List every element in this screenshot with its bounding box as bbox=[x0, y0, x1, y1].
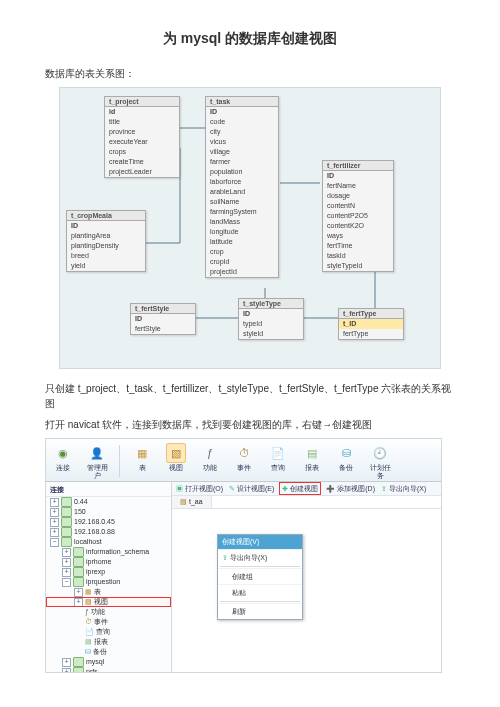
ctx-export[interactable]: ⇪ 导出向导(X) bbox=[218, 549, 302, 565]
entity-t-fertilizer: t_fertilizer ID fertName dosage contentN… bbox=[322, 160, 394, 272]
connection-tree[interactable]: 连接 +0.44 +150 +192.168.0.45 +192.168.0.8… bbox=[46, 482, 172, 672]
tb-create-view[interactable]: ✚ 创建视图 bbox=[280, 483, 320, 494]
ribbon-backup[interactable]: ⛁备份 bbox=[333, 443, 359, 472]
main-toolbar: ▣ 打开视图(O) ✎ 设计视图(E) ✚ 创建视图 ➕ 添加视图(D) ⇪ 导… bbox=[172, 482, 441, 496]
entity-t-project: t_project id title province executeYear … bbox=[104, 96, 180, 178]
entity-t-cropmeala: t_cropMeala ID plantingArea plantingDens… bbox=[66, 210, 146, 272]
ribbon-view[interactable]: ▧视图 bbox=[163, 443, 189, 472]
main-panel: ▣ 打开视图(O) ✎ 设计视图(E) ✚ 创建视图 ➕ 添加视图(D) ⇪ 导… bbox=[172, 482, 441, 672]
navicat-window: ◉连接 👤管理用户 ▦表 ▧视图 ƒ功能 ⏱事件 📄查询 ▤报表 ⛁备份 🕘计划… bbox=[45, 438, 442, 673]
entity-t-styletype: t_styleType ID typeId styleId bbox=[238, 298, 304, 340]
body-text-1: 只创建 t_project、t_task、t_fertillizer、t_sty… bbox=[45, 381, 455, 411]
intro-text: 数据库的表关系图： bbox=[45, 66, 455, 81]
ribbon-users[interactable]: 👤管理用户 bbox=[84, 443, 110, 479]
tb-add-view[interactable]: ➕ 添加视图(D) bbox=[326, 483, 375, 494]
ribbon-table[interactable]: ▦表 bbox=[129, 443, 155, 472]
ribbon-toolbar: ◉连接 👤管理用户 ▦表 ▧视图 ƒ功能 ⏱事件 📄查询 ▤报表 ⛁备份 🕘计划… bbox=[46, 439, 441, 482]
tb-export-wizard[interactable]: ⇪ 导出向导(X) bbox=[381, 483, 426, 494]
ctx-create-group[interactable]: 创建组 bbox=[218, 568, 302, 584]
db-icon bbox=[61, 497, 72, 507]
entity-t-fertstyle: t_fertStyle ID fertStyle bbox=[130, 303, 196, 335]
ribbon-query[interactable]: 📄查询 bbox=[265, 443, 291, 472]
tb-open-view[interactable]: ▣ 打开视图(O) bbox=[176, 483, 223, 494]
ribbon-report[interactable]: ▤报表 bbox=[299, 443, 325, 472]
entity-t-ferttype: t_fertType t_ID fertType bbox=[338, 308, 404, 340]
er-diagram: t_project id title province executeYear … bbox=[59, 87, 441, 369]
tb-design-view[interactable]: ✎ 设计视图(E) bbox=[229, 483, 274, 494]
tab-bar: ▧ t_aa bbox=[172, 496, 441, 509]
ctx-paste[interactable]: 粘贴 bbox=[218, 584, 302, 600]
tree-node-view-selected[interactable]: +▧视图 bbox=[46, 597, 171, 607]
ctx-refresh[interactable]: 刷新 bbox=[218, 603, 302, 619]
tree-header-label: 连接 bbox=[46, 484, 171, 497]
context-menu[interactable]: 创建视图(V) ⇪ 导出向导(X) 创建组 粘贴 刷新 bbox=[217, 534, 303, 620]
ribbon-event[interactable]: ⏱事件 bbox=[231, 443, 257, 472]
page-title: 为 mysql 的数据库创建视图 bbox=[45, 30, 455, 48]
tab-item[interactable]: ▧ t_aa bbox=[172, 496, 212, 508]
ribbon-function[interactable]: ƒ功能 bbox=[197, 443, 223, 472]
ctx-create-view[interactable]: 创建视图(V) bbox=[218, 535, 302, 549]
entity-t-task: t_task ID code city vicus village farmer… bbox=[205, 96, 279, 278]
ribbon-connection[interactable]: ◉连接 bbox=[50, 443, 76, 472]
ribbon-schedule[interactable]: 🕘计划任务 bbox=[367, 443, 393, 479]
body-text-2: 打开 navicat 软件，连接到数据库，找到要创建视图的库，右键→创建视图 bbox=[45, 417, 455, 432]
